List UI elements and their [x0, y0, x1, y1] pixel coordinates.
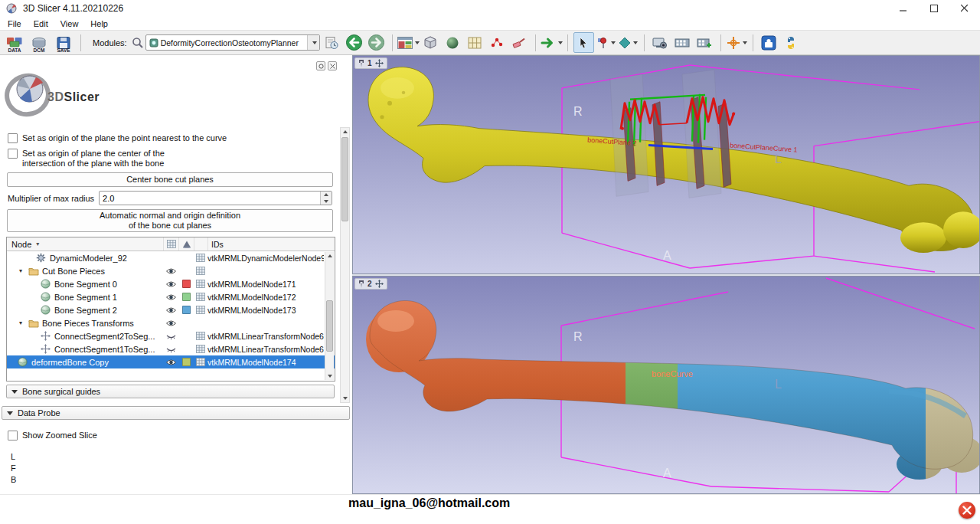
clean-scene-button[interactable] [509, 32, 530, 53]
scene-views-button[interactable] [672, 32, 693, 53]
volume-sphere-button[interactable] [443, 32, 463, 53]
tree-row-label: Cut Bone Pieces [41, 267, 163, 276]
dropdown-arrow-icon[interactable] [558, 41, 563, 44]
panel-undock-button[interactable] [316, 61, 325, 70]
tree-row[interactable]: Bone Segment 0vtkMRMLModelNode171 [7, 277, 335, 290]
mouse-interaction-button[interactable] [573, 32, 594, 53]
tree-row[interactable]: ▾Cut Bone Pieces [7, 264, 335, 277]
save-scene-button[interactable]: SAVE [52, 32, 75, 53]
origin-nearest-checkbox[interactable] [8, 133, 18, 143]
dicom-button[interactable]: DCM [28, 32, 51, 53]
expand-arrow-icon[interactable]: ▾ [19, 319, 28, 326]
dropdown-arrow-icon[interactable] [743, 41, 747, 44]
header-cone-icon[interactable] [178, 237, 194, 251]
multiplier-input[interactable] [100, 194, 320, 203]
module-selected-value: DeformityCorrectionOsteotomyPlanner [158, 38, 307, 47]
tree-header-ids[interactable]: IDs [207, 237, 324, 251]
module-forward-button[interactable] [366, 32, 387, 53]
volumes-button[interactable] [465, 32, 485, 53]
color-swatch[interactable] [178, 306, 194, 314]
dropdown-arrow-icon[interactable] [633, 41, 638, 44]
crosshair-button[interactable] [727, 32, 747, 53]
visibility-open-icon[interactable] [163, 267, 178, 275]
color-swatch[interactable] [178, 358, 194, 366]
table-icon [194, 345, 207, 353]
header-grid-icon[interactable] [163, 237, 178, 251]
show-zoomed-slice-checkbox[interactable] [8, 431, 18, 440]
sort-arrow-icon[interactable]: ▾ [36, 241, 39, 247]
extensions-manager-button[interactable] [759, 32, 779, 53]
spin-up-button[interactable] [321, 192, 332, 198]
view-cube-button[interactable] [420, 32, 441, 53]
tree-row[interactable]: ConnectSegment1ToSeg...vtkMRMLLinearTran… [7, 342, 335, 355]
screenshot-button[interactable] [650, 32, 671, 53]
pin-icon[interactable] [358, 280, 364, 288]
tree-row-label: DynamicModeler_92 [48, 254, 163, 263]
visibility-open-icon[interactable] [163, 306, 178, 314]
expand-arrow-icon[interactable]: ▾ [19, 267, 28, 274]
menu-help[interactable]: Help [84, 18, 114, 30]
tree-row[interactable]: ▾Bone Pieces Transforms [7, 316, 335, 329]
python-console-button[interactable] [781, 32, 802, 53]
transform-icon [41, 331, 53, 341]
close-button[interactable] [949, 0, 980, 17]
visibility-open-icon[interactable] [163, 319, 178, 327]
module-search-icon[interactable] [132, 37, 144, 49]
color-swatch[interactable] [178, 280, 194, 288]
bone-surgical-guides-section[interactable]: Bone surgical guides [6, 385, 335, 398]
pin-icon[interactable] [358, 59, 364, 67]
view-maximize-icon[interactable] [375, 59, 384, 67]
tree-row[interactable]: deformedBone CopyvtkMRMLModelNode174 [7, 355, 335, 368]
view-maximize-icon[interactable] [375, 280, 384, 288]
visibility-open-icon[interactable] [163, 293, 178, 301]
auto-normal-origin-button[interactable]: Automatic normal and origin definition o… [7, 209, 333, 232]
combo-dropdown-arrow[interactable] [307, 35, 319, 50]
tree-row[interactable]: ConnectSegment2ToSeg...vtkMRMLLinearTran… [7, 329, 335, 342]
threed-view-2[interactable]: 2 [352, 276, 980, 494]
tree-row[interactable]: DynamicModeler_92vtkMRMLDynamicModelerNo… [7, 251, 335, 264]
module-back-button[interactable] [344, 32, 364, 53]
visibility-open-icon[interactable] [163, 280, 178, 288]
view2-controller-bar[interactable]: 2 [354, 278, 387, 290]
tree-header-node[interactable]: Node [7, 240, 31, 249]
module-history-button[interactable] [322, 32, 342, 53]
tree-scrollbar[interactable] [325, 252, 334, 380]
place-point-button[interactable] [596, 32, 616, 53]
layout-selector-button[interactable] [398, 32, 419, 53]
module-selector-combo[interactable]: DeformityCorrectionOsteotomyPlanner [145, 34, 320, 51]
menu-file[interactable]: File [2, 18, 28, 30]
markups-button[interactable] [487, 32, 508, 53]
dropdown-arrow-icon[interactable] [611, 41, 616, 44]
view1-controller-bar[interactable]: 1 [354, 57, 387, 69]
visibility-closed-icon[interactable] [163, 346, 178, 353]
probe-letter: L [11, 452, 16, 463]
color-swatch[interactable] [178, 293, 194, 301]
menu-edit[interactable]: Edit [28, 18, 54, 30]
table-icon [194, 358, 207, 366]
visibility-closed-icon[interactable] [163, 332, 178, 340]
center-bone-cut-planes-button[interactable]: Center bone cut planes [7, 172, 333, 187]
visibility-open-icon[interactable] [163, 359, 178, 366]
panel-hide-button[interactable] [328, 61, 337, 70]
spin-down-button[interactable] [321, 198, 332, 205]
menu-view[interactable]: View [54, 18, 85, 30]
panel-scrollbar[interactable] [340, 127, 350, 403]
tree-scrollbar-thumb[interactable] [326, 300, 333, 352]
tree-row-label: Bone Pieces Transforms [41, 319, 163, 328]
load-data-button[interactable]: DATA [3, 32, 26, 53]
minimize-button[interactable] [888, 0, 919, 17]
scene-view-add-button[interactable] [694, 32, 715, 53]
bone-curve-label: boneCurve [652, 369, 693, 378]
tree-row[interactable]: Bone Segment 2vtkMRMLModelNode173 [7, 303, 335, 316]
panel-scrollbar-thumb[interactable] [341, 137, 348, 221]
data-probe-section[interactable]: Data Probe [2, 406, 350, 420]
threed-view-1[interactable]: 1 [352, 55, 980, 274]
table-icon [194, 293, 207, 301]
recorder-close-button[interactable] [959, 502, 975, 519]
dropdown-arrow-icon[interactable] [415, 41, 420, 44]
apply-transform-button[interactable] [541, 32, 562, 53]
origin-center-checkbox[interactable] [8, 149, 18, 159]
maximize-button[interactable] [919, 0, 949, 17]
tree-row[interactable]: Bone Segment 1vtkMRMLModelNode172 [7, 290, 335, 303]
place-shape-button[interactable] [618, 32, 639, 53]
